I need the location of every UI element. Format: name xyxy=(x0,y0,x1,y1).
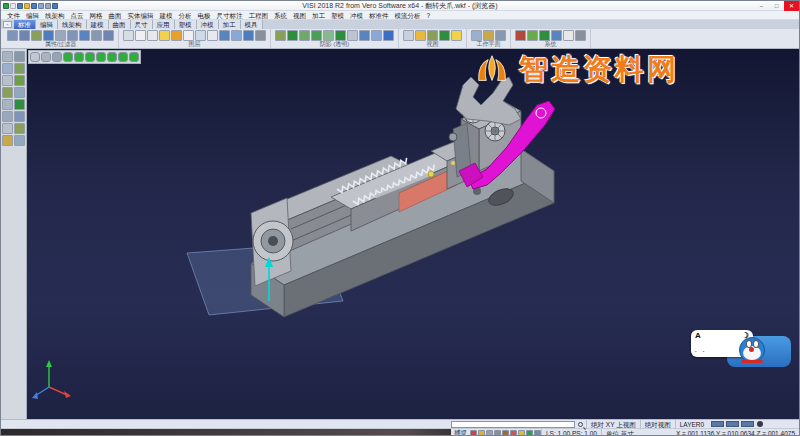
quick-access-icon[interactable] xyxy=(10,3,16,9)
3d-viewport[interactable]: 智造资料网 xyxy=(27,49,799,419)
layer-swatch[interactable] xyxy=(711,421,724,427)
toolbar-icon[interactable] xyxy=(2,123,13,134)
menu-item[interactable]: 网格 xyxy=(87,11,106,20)
snap-mode-icon[interactable] xyxy=(478,430,485,436)
ribbon-tab[interactable]: 编辑 xyxy=(36,20,58,29)
toolbar-icon[interactable] xyxy=(427,30,438,41)
toolbar-icon[interactable] xyxy=(575,30,586,41)
ribbon-tab[interactable]: 冲模 xyxy=(197,20,219,29)
toolbar-icon[interactable] xyxy=(371,30,382,41)
shading-mode-icon[interactable] xyxy=(96,52,106,62)
toolbar-icon[interactable] xyxy=(359,30,370,41)
shading-mode-icon[interactable] xyxy=(85,52,95,62)
toolbar-icon[interactable] xyxy=(19,30,30,41)
view-mode-label[interactable]: 绝对 XY 上视图 xyxy=(586,420,640,429)
toolbar-icon[interactable] xyxy=(67,30,78,41)
bolt-head[interactable] xyxy=(449,133,457,141)
menu-item[interactable]: 建模 xyxy=(157,11,176,20)
snap-mode-icon[interactable] xyxy=(526,430,533,436)
quick-access-icon[interactable] xyxy=(24,3,30,9)
quick-access-icon[interactable] xyxy=(3,3,9,9)
toolbar-icon[interactable] xyxy=(2,99,13,110)
toolbar-icon[interactable] xyxy=(171,30,182,41)
menu-item[interactable]: 分析 xyxy=(176,11,195,20)
shading-mode-icon[interactable] xyxy=(63,52,73,62)
toolbar-icon[interactable] xyxy=(563,30,574,41)
toolbar-icon[interactable] xyxy=(195,30,206,41)
toolbar-icon[interactable] xyxy=(91,30,102,41)
toolbar-icon[interactable] xyxy=(135,30,146,41)
toolbar-icon[interactable] xyxy=(311,30,322,41)
toolbar-icon[interactable] xyxy=(383,30,394,41)
toolbar-icon[interactable] xyxy=(2,135,13,146)
shading-mode-icon[interactable] xyxy=(129,52,139,62)
toolbar-icon[interactable] xyxy=(14,111,25,122)
quick-access-icon[interactable] xyxy=(52,3,58,9)
rod-tip[interactable] xyxy=(428,171,434,177)
toolbar-icon[interactable] xyxy=(243,30,254,41)
snap-mode-icon[interactable] xyxy=(486,430,493,436)
toolbar-icon[interactable] xyxy=(183,30,194,41)
toolbar-icon[interactable] xyxy=(123,30,134,41)
units-readout[interactable]: 单位 英寸 xyxy=(601,429,638,436)
toolbar-icon[interactable] xyxy=(147,30,158,41)
toolbar-icon[interactable] xyxy=(7,30,18,41)
toolbar-icon[interactable] xyxy=(79,30,90,41)
snap-mode-icon[interactable] xyxy=(518,430,525,436)
toolbar-icon[interactable] xyxy=(159,30,170,41)
menu-item[interactable]: 塑模 xyxy=(328,11,347,20)
ribbon-tab[interactable]: 建模 xyxy=(87,20,109,29)
view-reference-label[interactable]: 绝对视图 xyxy=(640,420,675,429)
layer-swatch[interactable] xyxy=(741,421,754,427)
shading-mode-icon[interactable] xyxy=(30,52,40,62)
toolbar-icon[interactable] xyxy=(551,30,562,41)
shading-mode-icon[interactable] xyxy=(41,52,51,62)
shading-mode-icon[interactable] xyxy=(118,52,128,62)
toolbar-icon[interactable] xyxy=(527,30,538,41)
close-button[interactable]: ✕ xyxy=(784,1,799,11)
ribbon-tab[interactable]: 尺寸 xyxy=(131,20,153,29)
menu-item[interactable]: ? xyxy=(424,11,434,20)
toolbar-icon[interactable] xyxy=(347,30,358,41)
toolbar-icon[interactable] xyxy=(14,135,25,146)
toolbar-icon[interactable] xyxy=(403,30,414,41)
snap-mode-icon[interactable] xyxy=(470,430,477,436)
status-indicator-icon[interactable] xyxy=(757,421,763,427)
menu-item[interactable]: 点云 xyxy=(68,11,87,20)
shading-mode-icon[interactable] xyxy=(74,52,84,62)
toolbar-icon[interactable] xyxy=(2,51,13,62)
toolbar-icon[interactable] xyxy=(2,87,13,98)
toolbar-icon[interactable] xyxy=(103,30,114,41)
shading-mode-icon[interactable] xyxy=(52,52,62,62)
toolbar-icon[interactable] xyxy=(207,30,218,41)
active-layer-label[interactable]: LAYER0 xyxy=(675,420,708,429)
toolbar-icon[interactable] xyxy=(439,30,450,41)
ribbon-tab[interactable]: 应用 xyxy=(153,20,175,29)
shading-mode-icon[interactable] xyxy=(107,52,117,62)
toolbar-icon[interactable] xyxy=(14,123,25,134)
quick-access-icon[interactable] xyxy=(38,3,44,9)
ribbon-tab[interactable]: 线架构 xyxy=(58,20,87,29)
menu-item[interactable]: 尺寸标注 xyxy=(214,11,246,20)
toolbar-icon[interactable] xyxy=(14,75,25,86)
toolbar-icon[interactable] xyxy=(323,30,334,41)
snap-mode-icon[interactable] xyxy=(494,430,501,436)
toolbar-icon[interactable] xyxy=(335,30,346,41)
ribbon-tab[interactable]: 加工 xyxy=(219,20,241,29)
cad-scene[interactable] xyxy=(27,49,799,419)
command-input[interactable] xyxy=(451,421,575,428)
toolbar-icon[interactable] xyxy=(14,99,25,110)
menu-item[interactable]: 视图 xyxy=(290,11,309,20)
toolbar-icon[interactable] xyxy=(255,30,266,41)
snap-mode-icon[interactable] xyxy=(510,430,517,436)
toolbar-icon[interactable] xyxy=(539,30,550,41)
toolbar-icon[interactable] xyxy=(415,30,426,41)
layer-swatch[interactable] xyxy=(726,421,739,427)
toolbar-icon[interactable] xyxy=(14,51,25,62)
toolbar-icon[interactable] xyxy=(14,63,25,74)
toolbar-icon[interactable] xyxy=(14,87,25,98)
quick-access-icon[interactable] xyxy=(31,3,37,9)
toolbar-icon[interactable] xyxy=(2,63,13,74)
menu-item[interactable]: 电极 xyxy=(195,11,214,20)
toolbar-icon[interactable] xyxy=(219,30,230,41)
